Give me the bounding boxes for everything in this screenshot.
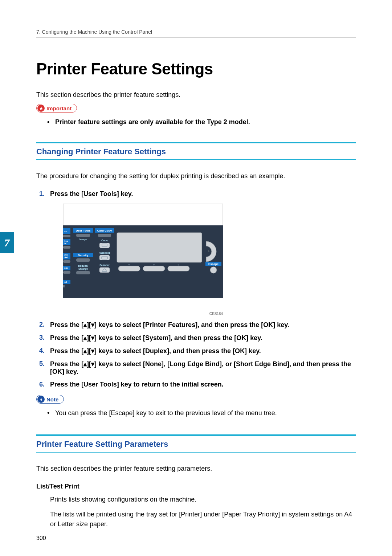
svg-text:Scanner: Scanner	[99, 264, 110, 266]
section-divider-top	[36, 142, 356, 143]
page-header: 7. Configuring the Machine Using the Con…	[36, 29, 356, 35]
svg-text:Card Copy: Card Copy	[97, 229, 112, 232]
svg-rect-41	[118, 266, 140, 271]
header-divider	[36, 37, 356, 37]
svg-rect-12	[63, 260, 70, 263]
section-heading-2: Printer Feature Setting Parameters	[36, 440, 356, 449]
svg-rect-18	[63, 285, 65, 287]
svg-rect-15	[63, 271, 70, 274]
important-bullet-1: Printer feature settings are only availa…	[36, 118, 356, 126]
note-callout: Note	[36, 395, 64, 404]
important-label: Important	[46, 105, 72, 111]
svg-rect-43	[143, 266, 165, 271]
svg-text:ert: ert	[64, 281, 68, 283]
svg-text:Escape: Escape	[208, 262, 219, 266]
important-bullets: Printer feature settings are only availa…	[36, 118, 356, 126]
svg-point-50	[210, 267, 217, 273]
note-bullets: You can press the [Escape] key to exit t…	[36, 409, 356, 417]
svg-rect-25	[76, 258, 90, 262]
svg-rect-28	[76, 271, 90, 274]
step-3: Press the [▴][▾] keys to select [System]…	[36, 334, 356, 342]
param-term: List/Test Print	[36, 483, 356, 490]
svg-text:Reduce/: Reduce/	[78, 265, 88, 267]
svg-rect-31	[98, 234, 111, 237]
control-panel-illustration: us Hos ial use/ dial hift ert	[63, 204, 223, 311]
intro-text: This section describes the printer featu…	[36, 91, 356, 99]
svg-text:⌄: ⌄	[177, 262, 180, 266]
svg-rect-33	[99, 243, 110, 248]
svg-text:Copy: Copy	[101, 239, 108, 242]
svg-text:User Tools: User Tools	[76, 229, 91, 232]
svg-rect-39	[99, 267, 110, 273]
svg-rect-51	[63, 298, 223, 311]
svg-rect-8	[63, 246, 70, 249]
note-bullet-1: You can press the [Escape] key to exit t…	[36, 409, 356, 417]
section2-divider-bottom	[36, 452, 356, 453]
section2-divider-top	[36, 434, 356, 436]
svg-rect-40	[117, 233, 202, 262]
svg-rect-36	[99, 255, 110, 260]
svg-text:Facsimile: Facsimile	[99, 252, 110, 254]
note-label: Note	[46, 396, 58, 402]
procedure-steps: Press the [User Tools] key. us Hos ial u…	[36, 190, 356, 388]
svg-text:Enlarge: Enlarge	[78, 267, 88, 270]
param-desc-2: The lists will be printed using the tray…	[50, 510, 356, 529]
svg-text:use/: use/	[64, 254, 68, 256]
section2-body: This section describes the printer featu…	[36, 465, 356, 473]
svg-rect-45	[168, 266, 189, 271]
svg-text:us: us	[64, 230, 67, 233]
figure-caption: CES184	[63, 312, 223, 316]
section-heading-1: Changing Printer Feature Settings	[36, 147, 356, 156]
section1-body: The procedure for changing the setting f…	[36, 172, 356, 180]
svg-text:dial: dial	[64, 256, 68, 258]
svg-text:ial: ial	[64, 242, 66, 244]
star-icon	[37, 105, 45, 112]
section-divider-bottom	[36, 159, 356, 160]
param-desc-1: Prints lists showing configurations on t…	[50, 495, 356, 504]
svg-text:Image: Image	[79, 238, 87, 241]
svg-text:⌄: ⌄	[128, 262, 131, 266]
svg-rect-4	[63, 235, 70, 237]
svg-text:⌄: ⌄	[152, 262, 155, 266]
down-arrow-icon	[37, 396, 45, 403]
svg-text:Density: Density	[78, 254, 89, 257]
page-body: 7. Configuring the Machine Using the Con…	[0, 0, 392, 556]
step-2: Press the [▴][▾] keys to select [Printer…	[36, 321, 356, 329]
svg-text:hift: hift	[64, 267, 68, 270]
step-1: Press the [User Tools] key. us Hos ial u…	[36, 190, 356, 316]
page-title: Printer Feature Settings	[36, 60, 356, 78]
important-callout: Important	[36, 104, 77, 113]
step-5: Press the [▴][▾] keys to select [None], …	[36, 360, 356, 376]
control-panel-figure: us Hos ial use/ dial hift ert	[63, 204, 356, 316]
step-4: Press the [▴][▾] keys to select [Duplex]…	[36, 347, 356, 355]
page-number: 300	[36, 535, 46, 541]
svg-rect-21	[76, 234, 90, 237]
step-6: Press the [User Tools] key to return to …	[36, 381, 356, 388]
